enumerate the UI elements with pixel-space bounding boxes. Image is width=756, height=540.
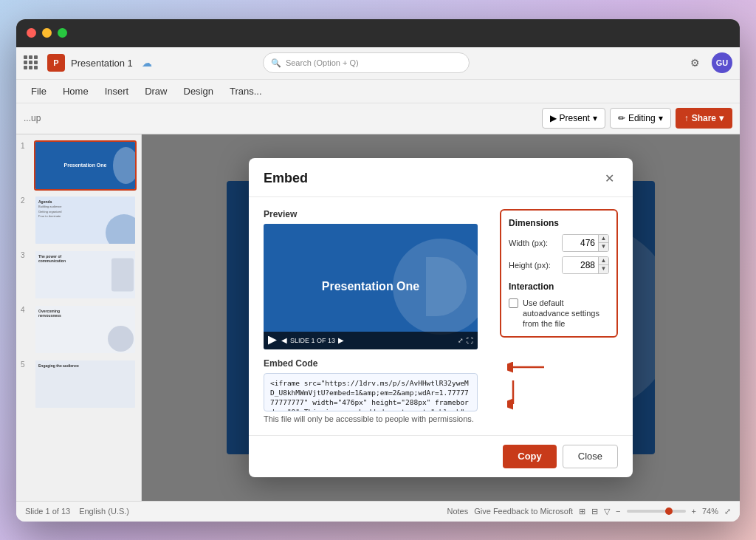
pencil-icon: ✏ <box>618 113 625 123</box>
dialog-right: Dimensions Width (px): ▲ ▼ <box>500 209 618 423</box>
present-label: Present <box>560 113 590 123</box>
feedback-button[interactable]: Give Feedback to Microsoft <box>474 507 573 516</box>
cloud-icon: ☁ <box>142 57 152 69</box>
status-bar: Slide 1 of 13 English (U.S.) Notes Give … <box>16 501 740 522</box>
main-content: 1 Presentation One 2 AgendaBuilding audi… <box>16 134 740 501</box>
height-input-wrap: ▲ ▼ <box>562 256 609 274</box>
ribbon-area: P Presentation 1 ☁ 🔍 Search (Option + Q)… <box>16 47 740 134</box>
share-label: Share <box>692 113 716 123</box>
editing-label: Editing <box>628 113 656 123</box>
slide-img-5[interactable]: Engaging the audience <box>34 359 137 409</box>
menu-bar: File Home Insert Draw Design Trans... <box>16 80 740 103</box>
width-up-spinner[interactable]: ▲ <box>599 235 608 243</box>
zoom-slider[interactable] <box>627 510 686 513</box>
slide-num-5: 5 <box>21 360 30 369</box>
dimensions-title: Dimensions <box>509 218 609 228</box>
slide-thumb-4[interactable]: 4 Overcomingnervousness <box>21 304 137 355</box>
permissions-note: This file will only be accessible to peo… <box>264 414 488 423</box>
width-row: Width (px): ▲ ▼ <box>509 234 609 252</box>
status-bar-right: Notes Give Feedback to Microsoft ⊞ ⊟ ▽ −… <box>447 507 731 516</box>
embed-code-label: Embed Code <box>264 358 488 369</box>
dialog-close-button[interactable]: ✕ <box>600 170 618 188</box>
slide-thumb-3[interactable]: 3 The power ofcommunication <box>21 250 137 300</box>
embed-dialog: Embed ✕ Preview Presentation One <box>249 158 633 477</box>
slide-img-4[interactable]: Overcomingnervousness <box>34 304 137 355</box>
menu-home[interactable]: Home <box>55 83 96 100</box>
fullscreen-icon[interactable]: ⤢ <box>458 337 464 344</box>
ribbon-right: ▶ Present ▾ ✏ Editing ▾ ↑ Share ▾ <box>542 108 732 129</box>
left-arrow-annotation <box>507 361 544 373</box>
slide-5-text: Engaging the audience <box>38 363 79 369</box>
user-avatar[interactable]: GU <box>712 52 732 73</box>
slide-img-1[interactable]: Presentation One <box>34 140 137 191</box>
share-chevron: ▾ <box>719 113 724 123</box>
view-icon-3[interactable]: ▽ <box>604 507 610 516</box>
height-input[interactable] <box>563 257 598 273</box>
width-label: Width (px): <box>509 239 548 247</box>
slide-num-4: 4 <box>21 306 30 314</box>
autoadvance-checkbox[interactable] <box>509 298 518 308</box>
preview-slide-info: SLIDE 1 OF 13 <box>290 337 335 344</box>
slide-img-3[interactable]: The power ofcommunication <box>34 250 137 300</box>
checkbox-label: Use default autoadvance settings from th… <box>523 298 609 329</box>
preview-play-button[interactable] <box>268 336 277 345</box>
slide-1-text: Presentation One <box>64 163 107 168</box>
height-label: Height (px): <box>509 261 551 270</box>
preview-bottom-bar: ◀ SLIDE 1 OF 13 ▶ ⤢ ⛶ <box>264 332 478 349</box>
embed-code-box[interactable]: <iframe src="https://1drv.ms/p/s/AvHHwtl… <box>264 373 478 411</box>
dialog-header: Embed ✕ <box>249 158 633 197</box>
width-input[interactable] <box>563 235 598 251</box>
search-icon: 🔍 <box>271 58 281 68</box>
menu-design[interactable]: Design <box>176 83 221 100</box>
slide-thumb-2[interactable]: 2 AgendaBuilding audienceGetting organiz… <box>21 195 137 245</box>
menu-transitions[interactable]: Trans... <box>222 83 269 100</box>
view-icon-2[interactable]: ⊟ <box>591 507 598 516</box>
height-down-spinner[interactable]: ▼ <box>599 265 608 273</box>
search-placeholder: Search (Option + Q) <box>286 58 359 67</box>
height-up-spinner[interactable]: ▲ <box>599 257 608 265</box>
search-bar[interactable]: 🔍 Search (Option + Q) <box>263 52 470 73</box>
next-arrow-icon[interactable]: ▶ <box>338 336 344 344</box>
ribbon-spacer: ...up <box>24 113 41 123</box>
app-grid-icon[interactable] <box>24 55 38 70</box>
fullscreen-button[interactable] <box>58 28 67 38</box>
zoom-plus[interactable]: + <box>692 507 696 516</box>
top-bar: P Presentation 1 ☁ 🔍 Search (Option + Q)… <box>16 47 740 80</box>
share-button[interactable]: ↑ Share ▾ <box>676 108 732 129</box>
slide-thumb-1[interactable]: 1 Presentation One <box>21 140 137 191</box>
ppt-icon: P <box>47 54 65 72</box>
down-arrow-annotation <box>507 380 519 410</box>
view-icon-1[interactable]: ⊞ <box>579 507 585 516</box>
dimensions-box: Dimensions Width (px): ▲ ▼ <box>500 209 618 338</box>
prev-arrow-icon[interactable]: ◀ <box>281 336 287 344</box>
menu-insert[interactable]: Insert <box>97 83 137 100</box>
settings-button[interactable]: ⚙ <box>685 52 706 73</box>
menu-file[interactable]: File <box>24 83 54 100</box>
slide-img-2[interactable]: AgendaBuilding audienceGetting organized… <box>34 195 137 245</box>
slide-num-2: 2 <box>21 196 30 205</box>
present-button[interactable]: ▶ Present ▾ <box>542 108 605 129</box>
modal-overlay: Embed ✕ Preview Presentation One <box>142 134 740 501</box>
notes-button[interactable]: Notes <box>447 507 468 516</box>
interaction-title: Interaction <box>509 281 609 292</box>
share-icon: ↑ <box>684 113 689 123</box>
dialog-body: Preview Presentation One <box>249 197 633 435</box>
menu-draw[interactable]: Draw <box>137 83 174 100</box>
minimize-button[interactable] <box>42 28 52 38</box>
fit-to-window-icon[interactable]: ⤢ <box>724 507 731 516</box>
expand-icon[interactable]: ⛶ <box>467 337 473 344</box>
width-down-spinner[interactable]: ▼ <box>599 243 608 251</box>
preview-arrows: ◀ SLIDE 1 OF 13 ▶ <box>281 336 344 344</box>
editing-button[interactable]: ✏ Editing ▾ <box>610 108 671 129</box>
slides-panel: 1 Presentation One 2 AgendaBuilding audi… <box>16 134 142 501</box>
canvas-area: Presentation One Embed ✕ <box>142 134 740 501</box>
copy-button[interactable]: Copy <box>503 445 557 468</box>
close-dialog-button[interactable]: Close <box>563 445 618 468</box>
slide-thumb-5[interactable]: 5 Engaging the audience <box>21 359 137 409</box>
close-button[interactable] <box>27 28 36 38</box>
slide-num-3: 3 <box>21 251 30 259</box>
slide-count: Slide 1 of 13 <box>25 507 70 516</box>
zoom-minus[interactable]: − <box>616 507 620 516</box>
top-bar-right: ⚙ GU <box>685 52 732 73</box>
file-title: Presentation 1 <box>71 58 133 69</box>
